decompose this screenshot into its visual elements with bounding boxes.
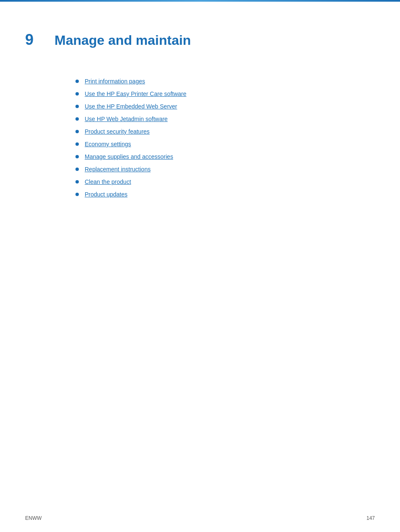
page-container: 9 Manage and maintain Print information … bbox=[0, 2, 400, 532]
toc-link-hp-jetadmin[interactable]: Use HP Web Jetadmin software bbox=[85, 116, 168, 122]
bullet-icon bbox=[75, 130, 79, 133]
bullet-icon bbox=[75, 80, 79, 83]
list-item: Use the HP Embedded Web Server bbox=[75, 103, 375, 110]
chapter-header: 9 Manage and maintain bbox=[25, 31, 375, 53]
toc-link-manage-supplies[interactable]: Manage supplies and accessories bbox=[85, 153, 173, 160]
bullet-icon bbox=[75, 92, 79, 96]
toc-link-clean-product[interactable]: Clean the product bbox=[85, 178, 131, 185]
toc-link-economy-settings[interactable]: Economy settings bbox=[85, 141, 131, 147]
toc-list: Print information pagesUse the HP Easy P… bbox=[75, 78, 375, 198]
list-item: Product updates bbox=[75, 191, 375, 198]
chapter-title: Manage and maintain bbox=[55, 33, 191, 48]
footer: ENWW 147 bbox=[25, 515, 375, 521]
bullet-icon bbox=[75, 193, 79, 196]
list-item: Print information pages bbox=[75, 78, 375, 85]
bullet-icon bbox=[75, 105, 79, 108]
chapter-number: 9 bbox=[25, 31, 46, 49]
bullet-icon bbox=[75, 142, 79, 146]
list-item: Product security features bbox=[75, 128, 375, 135]
bullet-icon bbox=[75, 180, 79, 183]
list-item: Economy settings bbox=[75, 141, 375, 147]
toc-link-hp-easy-care[interactable]: Use the HP Easy Printer Care software bbox=[85, 90, 187, 97]
toc-link-embedded-web-server[interactable]: Use the HP Embedded Web Server bbox=[85, 103, 177, 110]
list-item: Use the HP Easy Printer Care software bbox=[75, 90, 375, 97]
bullet-icon bbox=[75, 155, 79, 158]
list-item: Clean the product bbox=[75, 178, 375, 185]
toc-link-print-info[interactable]: Print information pages bbox=[85, 78, 145, 85]
bullet-icon bbox=[75, 117, 79, 121]
list-item: Replacement instructions bbox=[75, 166, 375, 173]
bullet-icon bbox=[75, 168, 79, 171]
list-item: Manage supplies and accessories bbox=[75, 153, 375, 160]
toc-link-replacement-instructions[interactable]: Replacement instructions bbox=[85, 166, 151, 173]
toc-link-product-security[interactable]: Product security features bbox=[85, 128, 150, 135]
footer-page-number: 147 bbox=[366, 515, 375, 521]
toc-link-product-updates[interactable]: Product updates bbox=[85, 191, 127, 198]
list-item: Use HP Web Jetadmin software bbox=[75, 116, 375, 122]
footer-label: ENWW bbox=[25, 515, 42, 521]
